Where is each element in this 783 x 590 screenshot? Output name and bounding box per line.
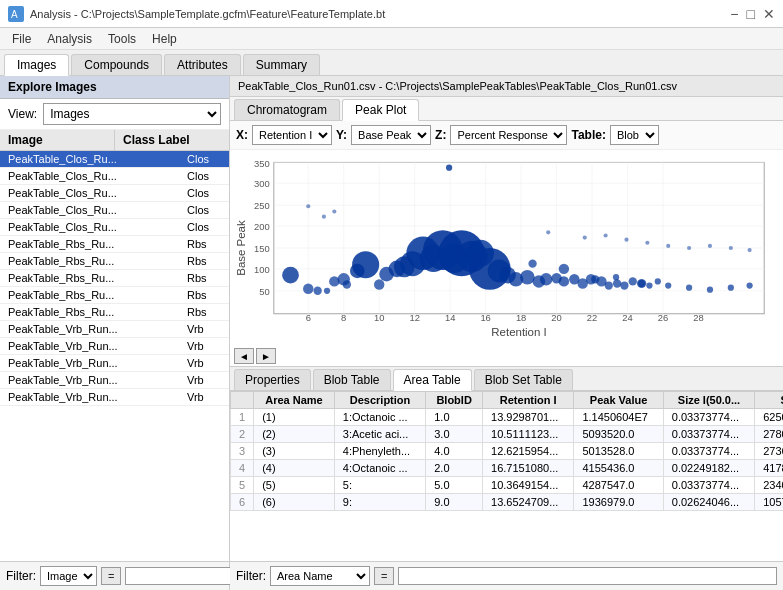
list-item[interactable]: PeakTable_Clos_Ru... Clos — [0, 168, 229, 185]
svg-text:300: 300 — [254, 178, 270, 189]
table-row[interactable]: 6 (6) 9: 9.0 13.6524709... 1936979.0 0.0… — [231, 494, 784, 511]
list-item[interactable]: PeakTable_Rbs_Ru... Rbs — [0, 287, 229, 304]
right-filter-input[interactable] — [398, 567, 777, 585]
svg-point-88 — [665, 282, 671, 288]
list-item[interactable]: PeakTable_Rbs_Ru... Rbs — [0, 253, 229, 270]
scroll-right-button[interactable]: ► — [256, 348, 276, 364]
list-item[interactable]: PeakTable_Rbs_Ru... Rbs — [0, 270, 229, 287]
svg-point-41 — [282, 267, 299, 284]
window-controls: − □ ✕ — [730, 6, 775, 22]
table-row[interactable]: 1 (1) 1:Octanoic ... 1.0 13.9298701... 1… — [231, 409, 784, 426]
tab-attributes[interactable]: Attributes — [164, 54, 241, 75]
list-item[interactable]: PeakTable_Vrb_Run... Vrb — [0, 372, 229, 389]
list-header: Image Class Label — [0, 130, 229, 151]
list-item[interactable]: PeakTable_Rbs_Ru... Rbs — [0, 304, 229, 321]
svg-text:350: 350 — [254, 158, 270, 169]
close-button[interactable]: ✕ — [763, 6, 775, 22]
table-select[interactable]: Blob — [610, 125, 659, 145]
list-item[interactable]: PeakTable_Vrb_Run... Vrb — [0, 355, 229, 372]
svg-point-92 — [746, 282, 752, 288]
bottom-tab-properties[interactable]: Properties — [234, 369, 311, 390]
svg-point-82 — [446, 165, 452, 171]
top-tab-bar: Images Compounds Attributes Summary — [0, 50, 783, 76]
description-cell: 1:Octanoic ... — [334, 409, 425, 426]
y-axis-title: Base Peak — [235, 220, 247, 276]
filter-equals-button[interactable]: = — [101, 567, 121, 585]
peak-plot-chart: Base Peak 350 300 250 200 150 100 50 — [230, 154, 783, 342]
svg-point-105 — [748, 248, 752, 252]
svg-point-76 — [613, 279, 621, 287]
svg-point-102 — [687, 246, 691, 250]
bottom-tab-blobsettable[interactable]: Blob Set Table — [474, 369, 573, 390]
tab-summary[interactable]: Summary — [243, 54, 320, 75]
list-cell-class: Clos — [179, 151, 229, 167]
svg-point-47 — [337, 273, 350, 286]
right-filter-label: Filter: — [236, 569, 266, 583]
list-item[interactable]: PeakTable_Clos_Ru... Clos — [0, 185, 229, 202]
list-item[interactable]: PeakTable_Vrb_Run... Vrb — [0, 338, 229, 355]
table-axis-label: Table: — [571, 128, 605, 142]
list-item[interactable]: PeakTable_Rbs_Ru... Rbs — [0, 236, 229, 253]
menu-bar: File Analysis Tools Help — [0, 28, 783, 50]
image-list: PeakTable_Clos_Ru... Clos PeakTable_Clos… — [0, 151, 229, 561]
list-item[interactable]: PeakTable_Vrb_Run... Vrb — [0, 321, 229, 338]
right-panel: PeakTable_Clos_Run01.csv - C:\Projects\S… — [230, 76, 783, 590]
list-item[interactable]: PeakTable_Clos_Ru... Clos — [0, 219, 229, 236]
menu-analysis[interactable]: Analysis — [39, 30, 100, 48]
col-retentioni: Retention I — [483, 392, 574, 409]
list-cell-name: PeakTable_Clos_Ru... — [0, 168, 179, 184]
right-filter-equals-button[interactable]: = — [374, 567, 394, 585]
title-bar: A Analysis - C:\Projects\SampleTemplate.… — [0, 0, 783, 28]
svg-point-85 — [591, 275, 599, 283]
y-axis-select[interactable]: Base Peak — [351, 125, 431, 145]
list-item[interactable]: PeakTable_Clos_Ru... Clos — [0, 202, 229, 219]
svg-point-49 — [352, 251, 379, 278]
svg-text:28: 28 — [693, 312, 703, 323]
svg-point-86 — [613, 274, 619, 280]
maximize-button[interactable]: □ — [747, 6, 755, 22]
list-cell-class: Clos — [179, 168, 229, 184]
menu-file[interactable]: File — [4, 30, 39, 48]
svg-point-93 — [306, 204, 310, 208]
right-panel-header: PeakTable_Clos_Run01.csv - C:\Projects\S… — [230, 76, 783, 97]
tab-compounds[interactable]: Compounds — [71, 54, 162, 75]
bottom-tab-blobtable[interactable]: Blob Table — [313, 369, 391, 390]
col-rownum — [231, 392, 254, 409]
z-axis-label: Z: — [435, 128, 446, 142]
col-snr: SNR — [755, 392, 783, 409]
svg-point-87 — [638, 279, 646, 287]
list-item[interactable]: PeakTable_Vrb_Run... Vrb — [0, 389, 229, 406]
sizei-cell: 0.03373774... — [663, 409, 754, 426]
tab-images[interactable]: Images — [4, 54, 69, 76]
snr-cell: 62505.475 — [755, 409, 783, 426]
minimize-button[interactable]: − — [730, 6, 738, 22]
scroll-left-button[interactable]: ◄ — [234, 348, 254, 364]
filter-field-select[interactable]: Image — [40, 566, 97, 586]
y-axis-label: Y: — [336, 128, 347, 142]
bottom-tab-areatable[interactable]: Area Table — [393, 369, 472, 391]
svg-point-103 — [708, 244, 712, 248]
svg-point-84 — [559, 264, 569, 274]
table-row[interactable]: 3 (3) 4:Phenyleth... 4.0 12.6215954... 5… — [231, 443, 784, 460]
col-image: Image — [0, 130, 115, 150]
table-row[interactable]: 5 (5) 5: 5.0 10.3649154... 4287547.0 0.0… — [231, 477, 784, 494]
data-table-container[interactable]: Area Name Description BlobID Retention I… — [230, 391, 783, 561]
col-description: Description — [334, 392, 425, 409]
svg-point-91 — [728, 285, 734, 291]
chart-tab-peakplot[interactable]: Peak Plot — [342, 99, 419, 121]
view-select[interactable]: Images — [43, 103, 221, 125]
chart-tab-chromatogram[interactable]: Chromatogram — [234, 99, 340, 120]
list-item[interactable]: PeakTable_Clos_Ru... Clos — [0, 151, 229, 168]
title-text: Analysis - C:\Projects\SampleTemplate.gc… — [30, 8, 730, 20]
x-axis-select[interactable]: Retention I — [252, 125, 332, 145]
table-row[interactable]: 2 (2) 3:Acetic aci... 3.0 10.5111123... … — [231, 426, 784, 443]
z-axis-select[interactable]: Percent Response — [450, 125, 567, 145]
svg-point-100 — [645, 241, 649, 245]
table-row[interactable]: 4 (4) 4:Octanoic ... 2.0 16.7151080... 4… — [231, 460, 784, 477]
col-class: Class Label — [115, 130, 229, 150]
right-filter-select[interactable]: Area Name — [270, 566, 370, 586]
menu-help[interactable]: Help — [144, 30, 185, 48]
menu-tools[interactable]: Tools — [100, 30, 144, 48]
x-axis-label: X: — [236, 128, 248, 142]
svg-point-78 — [629, 277, 637, 285]
